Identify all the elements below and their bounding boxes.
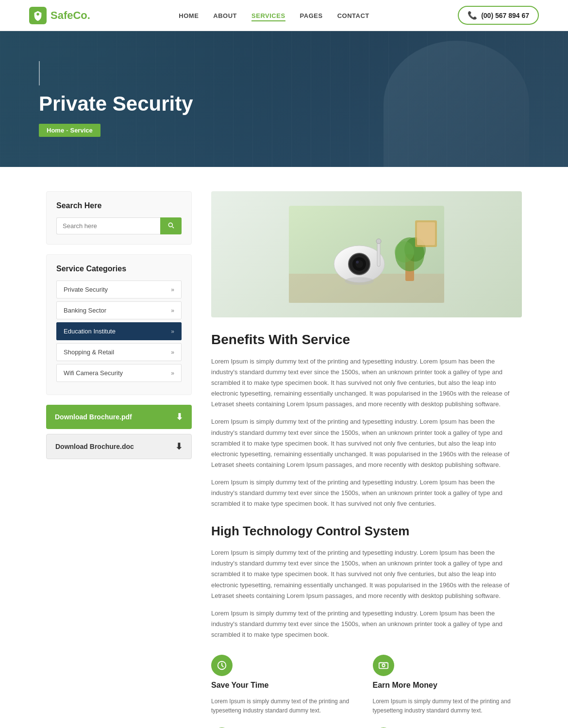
tech-para-2: Lorem Ipsum is simply dummy text of the … [211,608,522,640]
nav-services[interactable]: SERVICES [251,12,285,21]
nav-home[interactable]: HOME [179,12,199,19]
clock-icon [217,660,227,671]
download-pdf-button[interactable]: Download Brochure.pdf ⬇ [46,405,192,429]
download-pdf-label: Download Brochure.pdf [55,413,132,421]
benefits-para-3: Lorem Ipsum is simply dummy text of the … [211,477,522,509]
download-doc-button[interactable]: Download Brochure.doc ⬇ [46,434,192,459]
logo-text: SafeCo. [50,9,90,22]
feature-earn-money: Earn More Money Lorem Ipsum is simply du… [373,655,522,715]
nav-contact[interactable]: CONTACT [337,12,369,19]
feature-desc-1: Lorem Ipsum is simply dummy text of the … [373,697,522,715]
svg-point-13 [395,241,414,263]
hero-title: Private Security [39,93,193,115]
categories-title: Service Categories [56,265,182,273]
hero-section: Private Security Home - Service [0,31,568,167]
cat-shopping-retail[interactable]: Shopping & Retail » [56,343,182,361]
benefits-para-1: Lorem Ipsum is simply dummy text of the … [211,356,522,410]
tech-para-1: Lorem Ipsum is simply dummy text of the … [211,547,522,601]
breadcrumb: Home - Service [39,124,100,137]
svg-rect-17 [379,662,387,668]
svg-point-18 [382,664,385,667]
search-input-wrap [56,217,182,234]
article-image [211,191,522,317]
cat-education-institute[interactable]: Education Institute » [56,322,182,340]
tech-title: High Technology Control System [211,524,522,539]
nav-pages[interactable]: PAGES [300,12,323,19]
main-content: Search Here Service Categories Private S… [36,191,532,728]
cat-arrow: » [171,328,174,335]
hero-content: Private Security Home - Service [39,61,193,137]
svg-rect-15 [417,222,435,245]
logo-icon [29,7,47,24]
features-grid: Save Your Time Lorem Ipsum is simply dum… [211,655,522,728]
sidebar: Search Here Service Categories Private S… [46,191,192,459]
navbar: SafeCo. HOME ABOUT SERVICES PAGES CONTAC… [0,0,568,31]
phone-button[interactable]: 📞 (00) 567 894 67 [458,6,539,25]
breadcrumb-separator: - [66,127,68,134]
feature-title-1: Earn More Money [373,681,522,690]
money-icon [378,660,389,671]
cat-label: Education Institute [64,328,116,335]
cat-arrow: » [171,370,174,377]
hero-line [39,61,40,85]
benefits-para-2: Lorem Ipsum is simply dummy text of the … [211,416,522,470]
feature-title-0: Save Your Time [211,681,361,690]
feature-save-time: Save Your Time Lorem Ipsum is simply dum… [211,655,361,715]
benefits-title: Benefits With Service [211,332,522,347]
search-box: Search Here [46,191,192,245]
download-doc-label: Download Brochure.doc [55,443,134,450]
cat-wifi-camera[interactable]: Wifi Camera Security » [56,364,182,382]
search-title: Search Here [56,201,182,210]
download-pdf-icon: ⬇ [176,412,183,422]
download-doc-icon: ⬇ [175,441,183,452]
cat-arrow: » [171,286,174,293]
search-input[interactable] [56,217,160,234]
cat-banking-sector[interactable]: Banking Sector » [56,301,182,319]
cat-label: Private Security [64,286,108,293]
search-button[interactable] [160,217,182,234]
svg-point-9 [345,277,374,285]
feature-icon-clock [211,655,233,676]
logo[interactable]: SafeCo. [29,7,90,24]
cat-label: Banking Sector [64,307,106,314]
feature-desc-0: Lorem Ipsum is simply dummy text of the … [211,697,361,715]
cat-private-security[interactable]: Private Security » [56,281,182,298]
phone-number: (00) 567 894 67 [481,12,529,19]
nav-links: HOME ABOUT SERVICES PAGES CONTACT [179,11,369,20]
article: Benefits With Service Lorem Ipsum is sim… [211,191,522,728]
camera-illustration [289,206,444,303]
svg-point-8 [376,239,381,244]
cat-label: Shopping & Retail [64,348,114,356]
breadcrumb-current: Service [70,127,92,134]
cat-label: Wifi Camera Security [64,369,123,377]
phone-icon: 📞 [468,11,477,20]
cat-arrow: » [171,307,174,314]
hero-figure [384,41,529,167]
nav-about[interactable]: ABOUT [213,12,237,19]
svg-rect-7 [377,242,380,266]
breadcrumb-home[interactable]: Home [47,127,64,134]
cat-arrow: » [171,349,174,356]
search-icon [167,221,175,229]
svg-point-6 [356,261,359,264]
feature-icon-money [373,655,394,676]
categories-box: Service Categories Private Security » Ba… [46,254,192,395]
